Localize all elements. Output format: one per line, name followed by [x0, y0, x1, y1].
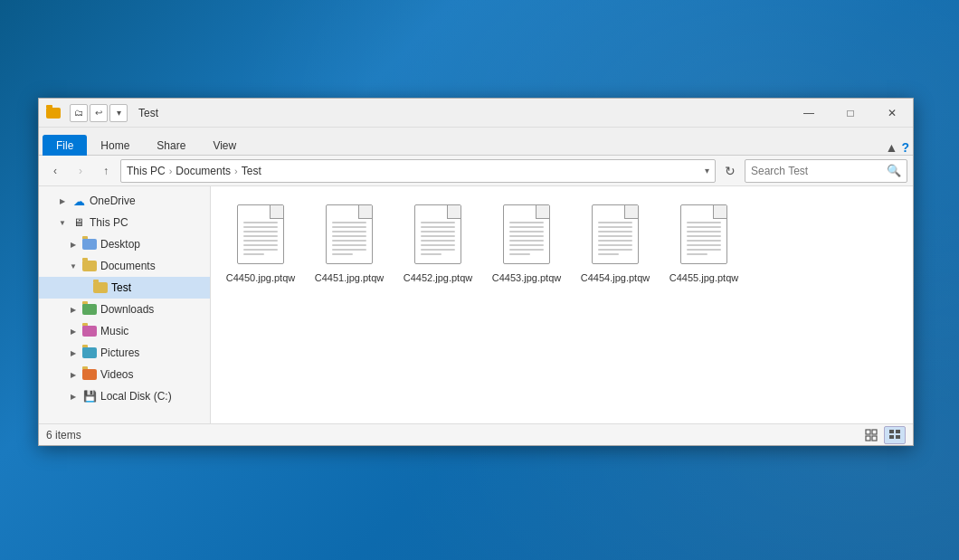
help-btn[interactable]: ?	[901, 140, 909, 155]
sidebar-label-music: Music	[100, 325, 128, 337]
svg-rect-0	[866, 430, 870, 434]
file-item[interactable]: C4453.jpg.ptqw	[486, 195, 567, 289]
file-item[interactable]: C4455.jpg.ptqw	[663, 195, 745, 289]
grid-view-btn[interactable]	[860, 426, 882, 444]
file-icon	[586, 201, 644, 266]
maximize-button[interactable]: □	[830, 99, 871, 128]
list-view-btn[interactable]	[884, 426, 906, 444]
tab-home[interactable]: Home	[87, 135, 143, 156]
ribbon-tabs: File Home Share View ▲ ?	[39, 128, 913, 155]
tab-share[interactable]: Share	[143, 135, 199, 156]
file-area: C4450.jpg.ptqwC4451.jpg.ptqwC4452.jpg.pt…	[211, 186, 913, 423]
file-name: C4451.jpg.ptqw	[315, 271, 384, 284]
music-icon	[82, 324, 97, 338]
svg-rect-2	[866, 436, 870, 441]
svg-rect-5	[896, 430, 900, 433]
window-title: Test	[138, 107, 158, 119]
status-bar: 6 items	[39, 423, 913, 445]
close-button[interactable]: ✕	[871, 99, 913, 128]
item-count: 6 items	[46, 429, 81, 441]
search-icon[interactable]: 🔍	[887, 164, 901, 177]
sidebar-label-localdisk: Local Disk (C:)	[100, 390, 172, 403]
file-icon	[232, 201, 290, 266]
sidebar-item-localdisk[interactable]: ▶ 💾 Local Disk (C:)	[39, 385, 210, 407]
file-item[interactable]: C4454.jpg.ptqw	[574, 195, 656, 289]
address-bar-row: ‹ › ↑ This PC › Documents › Test ▾ ↻ 🔍	[39, 156, 913, 186]
svg-rect-3	[872, 436, 877, 441]
sidebar-label-downloads: Downloads	[100, 303, 154, 316]
expand-arrow-thispc: ▼	[57, 217, 68, 228]
search-input[interactable]	[751, 165, 887, 177]
address-dropdown[interactable]: ▾	[705, 166, 709, 176]
address-bar[interactable]: This PC › Documents › Test ▾	[120, 159, 716, 183]
sidebar: ▶ ☁ OneDrive ▼ 🖥 This PC ▶ Desktop ▼	[39, 186, 211, 423]
desktop-icon	[82, 237, 97, 252]
expand-arrow-onedrive: ▶	[57, 195, 68, 206]
properties-btn[interactable]: 🗂	[70, 104, 88, 122]
sidebar-item-music[interactable]: ▶ Music	[39, 320, 210, 342]
sidebar-label-onedrive: OneDrive	[90, 195, 136, 207]
file-item[interactable]: C4450.jpg.ptqw	[220, 195, 301, 289]
up-button[interactable]: ↑	[95, 160, 117, 182]
tab-view[interactable]: View	[199, 135, 250, 156]
pc-icon: 🖥	[71, 215, 86, 230]
disk-icon: 💾	[82, 389, 97, 403]
videos-icon	[82, 367, 97, 382]
file-name: C4450.jpg.ptqw	[226, 271, 295, 284]
title-bar: 🗂 ↩ ▾ Test — □ ✕	[39, 99, 913, 128]
sidebar-label-test: Test	[111, 281, 131, 294]
svg-rect-6	[889, 435, 894, 439]
file-name: C4453.jpg.ptqw	[492, 271, 561, 284]
file-icon	[409, 201, 467, 266]
sidebar-item-documents[interactable]: ▼ Documents	[39, 255, 210, 277]
file-icon	[675, 201, 733, 266]
refresh-button[interactable]: ↻	[719, 160, 741, 182]
tab-file[interactable]: File	[43, 135, 87, 156]
undo-btn[interactable]: ↩	[90, 104, 108, 122]
search-box[interactable]: 🔍	[745, 159, 907, 183]
window-controls: — □ ✕	[788, 99, 913, 128]
expand-arrow-downloads: ▶	[68, 304, 79, 315]
sidebar-item-onedrive[interactable]: ▶ ☁ OneDrive	[39, 190, 210, 212]
forward-button[interactable]: ›	[70, 160, 91, 182]
expand-arrow-videos: ▶	[68, 369, 79, 380]
sidebar-label-videos: Videos	[100, 368, 133, 381]
sidebar-label-thispc: This PC	[90, 216, 128, 229]
minimize-button[interactable]: —	[788, 99, 830, 128]
ribbon: File Home Share View ▲ ?	[39, 128, 913, 156]
title-bar-left: 🗂 ↩ ▾ Test	[46, 104, 158, 122]
file-icon	[320, 201, 378, 266]
sidebar-item-downloads[interactable]: ▶ Downloads	[39, 299, 210, 320]
file-name: C4454.jpg.ptqw	[581, 271, 650, 284]
sidebar-item-pictures[interactable]: ▶ Pictures	[39, 342, 210, 364]
sidebar-item-videos[interactable]: ▶ Videos	[39, 364, 210, 385]
expand-arrow-pictures: ▶	[68, 347, 79, 358]
documents-icon	[82, 259, 97, 273]
back-button[interactable]: ‹	[44, 160, 66, 182]
expand-arrow-music: ▶	[68, 326, 79, 337]
breadcrumb-part-test[interactable]: Test	[242, 165, 261, 177]
window-folder-icon	[46, 106, 61, 120]
sidebar-label-documents: Documents	[100, 260, 156, 272]
main-content: ▶ ☁ OneDrive ▼ 🖥 This PC ▶ Desktop ▼	[39, 186, 913, 423]
breadcrumb-part-documents[interactable]: Documents	[176, 165, 231, 177]
test-folder-icon	[93, 280, 108, 295]
downloads-icon	[82, 302, 97, 317]
svg-rect-1	[872, 430, 877, 434]
dropdown-btn[interactable]: ▾	[109, 104, 128, 122]
expand-arrow-localdisk: ▶	[68, 391, 79, 402]
file-name: C4452.jpg.ptqw	[404, 271, 472, 284]
grid-view-icon	[865, 429, 878, 441]
breadcrumb-part-pc[interactable]: This PC	[127, 165, 166, 177]
sidebar-item-desktop[interactable]: ▶ Desktop	[39, 233, 210, 255]
ribbon-collapse-btn[interactable]: ▲	[886, 140, 898, 155]
svg-rect-4	[889, 430, 894, 433]
onedrive-icon: ☁	[71, 194, 86, 208]
list-view-icon	[888, 429, 901, 441]
expand-arrow-documents: ▼	[68, 261, 79, 271]
file-item[interactable]: C4451.jpg.ptqw	[309, 195, 390, 289]
sidebar-item-test[interactable]: ▶ Test	[39, 277, 210, 299]
sidebar-label-desktop: Desktop	[100, 238, 140, 251]
sidebar-item-thispc[interactable]: ▼ 🖥 This PC	[39, 212, 210, 233]
file-item[interactable]: C4452.jpg.ptqw	[397, 195, 479, 289]
